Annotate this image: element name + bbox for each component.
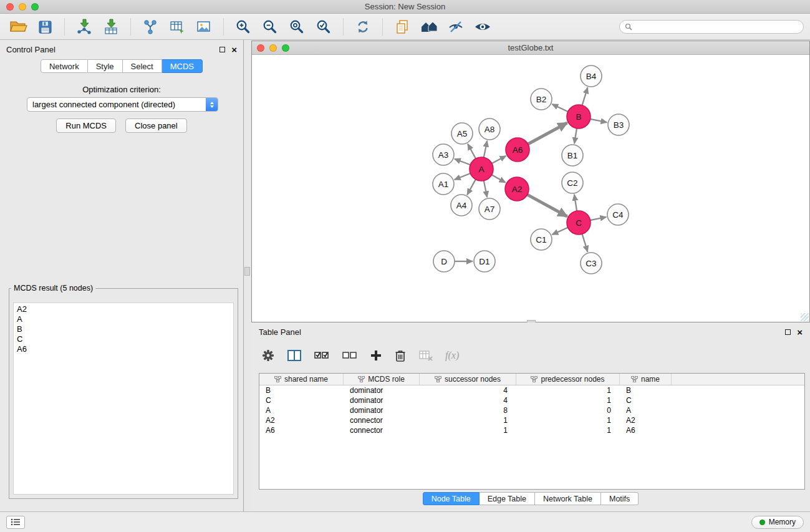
float-panel-icon[interactable]: [219, 47, 225, 52]
minimize-window-button[interactable]: [19, 3, 26, 11]
float-table-panel-icon[interactable]: [785, 329, 791, 335]
open-session-button[interactable]: [6, 16, 30, 38]
graph-edge-A-A4[interactable]: [467, 180, 476, 195]
task-history-button[interactable]: [6, 516, 25, 529]
import-table-file-button[interactable]: [99, 16, 123, 38]
table-cell[interactable]: 4: [420, 385, 516, 395]
refresh-layout-button[interactable]: [351, 16, 375, 38]
graph-node-C1[interactable]: C1: [531, 229, 552, 250]
graph-node-A4[interactable]: A4: [451, 195, 472, 216]
close-table-panel-icon[interactable]: ×: [797, 327, 803, 337]
table-cell[interactable]: A: [620, 405, 672, 415]
visual-style-button[interactable]: [444, 16, 468, 38]
tab-motifs[interactable]: Motifs: [601, 492, 639, 505]
network-close-button[interactable]: [257, 44, 264, 52]
tab-network[interactable]: Network: [41, 59, 88, 73]
graph-edge-A-A1[interactable]: [455, 173, 471, 180]
graph-node-A1[interactable]: A1: [433, 173, 454, 195]
column-header-shared-name[interactable]: shared name: [259, 374, 344, 385]
show-hide-button[interactable]: [471, 16, 494, 38]
graph-edge-A6-B[interactable]: [528, 123, 567, 144]
graph-node-A[interactable]: A: [470, 157, 493, 181]
export-table-button[interactable]: [165, 16, 189, 38]
graph-edge-C-C3[interactable]: [582, 234, 588, 252]
result-item[interactable]: A2: [14, 304, 233, 314]
table-cell[interactable]: 4: [420, 395, 516, 405]
graph-edge-A2-C[interactable]: [528, 195, 567, 216]
graph-edge-B-B2[interactable]: [552, 104, 568, 112]
table-cell[interactable]: A2: [620, 415, 672, 425]
graph-edge-A-A5[interactable]: [468, 144, 476, 159]
network-minimize-button[interactable]: [269, 44, 277, 52]
result-item[interactable]: A6: [14, 344, 233, 354]
table-cell[interactable]: dominator: [344, 405, 420, 415]
column-header-mcds-role[interactable]: MCDS role: [344, 374, 420, 385]
network-zoom-button[interactable]: [282, 44, 289, 52]
tab-select[interactable]: Select: [123, 59, 162, 73]
graph-edge-A-A3[interactable]: [455, 159, 470, 165]
result-item[interactable]: C: [14, 334, 233, 344]
table-cell[interactable]: C: [259, 395, 344, 405]
table-row[interactable]: Adominator80A: [259, 405, 804, 415]
column-header-name[interactable]: name: [620, 374, 672, 385]
select-all-columns-button[interactable]: [314, 349, 330, 362]
graph-edge-C-C1[interactable]: [552, 228, 567, 235]
graph-node-A8[interactable]: A8: [479, 118, 500, 140]
table-row[interactable]: Cdominator41C: [259, 395, 804, 405]
export-image-button[interactable]: [192, 16, 216, 38]
graph-node-C2[interactable]: C2: [562, 172, 583, 193]
function-builder-button[interactable]: f(x): [445, 350, 459, 361]
table-cell[interactable]: dominator: [344, 385, 420, 395]
table-cell[interactable]: C: [620, 395, 672, 405]
table-cell[interactable]: 1: [516, 425, 620, 435]
graph-node-A2[interactable]: A2: [505, 177, 529, 201]
import-network-file-button[interactable]: [72, 16, 96, 38]
table-cell[interactable]: A: [259, 405, 344, 415]
zoom-out-button[interactable]: [258, 16, 282, 38]
column-header-predecessor-nodes[interactable]: predecessor nodes: [516, 374, 620, 385]
zoom-window-button[interactable]: [31, 3, 39, 11]
close-panel-button[interactable]: Close panel: [125, 118, 187, 133]
table-cell[interactable]: 8: [420, 405, 516, 415]
tab-style[interactable]: Style: [88, 59, 123, 73]
tab-edge-table[interactable]: Edge Table: [480, 492, 535, 505]
memory-button[interactable]: Memory: [751, 516, 804, 529]
table-cell[interactable]: A2: [259, 415, 344, 425]
add-column-button[interactable]: [370, 349, 382, 362]
delete-table-button[interactable]: [418, 349, 433, 362]
graph-node-C4[interactable]: C4: [607, 204, 629, 225]
copy-document-button[interactable]: [390, 16, 414, 38]
graph-node-A7[interactable]: A7: [479, 198, 500, 220]
table-cell[interactable]: 1: [516, 395, 620, 405]
delete-column-button[interactable]: [394, 349, 407, 362]
graph-node-C3[interactable]: C3: [581, 253, 602, 274]
save-session-button[interactable]: [33, 16, 57, 38]
graph-edge-A-A7[interactable]: [484, 181, 487, 198]
table-cell[interactable]: B: [620, 385, 672, 395]
show-columns-button[interactable]: [287, 349, 302, 362]
column-header-successor-nodes[interactable]: successor nodes: [420, 374, 516, 385]
table-cell[interactable]: 1: [420, 425, 516, 435]
graph-edge-C-C2[interactable]: [574, 195, 577, 211]
zoom-selected-button[interactable]: [312, 16, 335, 38]
table-cell[interactable]: 1: [420, 415, 516, 425]
tab-mcds[interactable]: MCDS: [162, 59, 203, 73]
zoom-in-button[interactable]: [231, 16, 255, 38]
new-network-button[interactable]: [138, 16, 162, 38]
table-row[interactable]: A2connector11A2: [259, 415, 804, 425]
window-resize-grip[interactable]: [801, 313, 809, 321]
graph-edge-B-B4[interactable]: [582, 87, 588, 105]
zoom-fit-button[interactable]: [285, 16, 309, 38]
close-window-button[interactable]: [6, 3, 14, 11]
table-cell[interactable]: 1: [516, 415, 620, 425]
table-row[interactable]: Bdominator41B: [259, 385, 804, 395]
graph-node-B3[interactable]: B3: [608, 114, 629, 135]
home-button[interactable]: [417, 16, 441, 38]
criterion-dropdown[interactable]: largest connected component (directed): [27, 97, 218, 112]
graph-edge-B-B3[interactable]: [591, 119, 607, 122]
close-panel-icon[interactable]: ×: [231, 45, 237, 54]
toolbar-search[interactable]: [619, 20, 804, 34]
tab-node-table[interactable]: Node Table: [423, 492, 480, 505]
table-cell[interactable]: connector: [344, 425, 420, 435]
search-input[interactable]: [635, 22, 798, 31]
